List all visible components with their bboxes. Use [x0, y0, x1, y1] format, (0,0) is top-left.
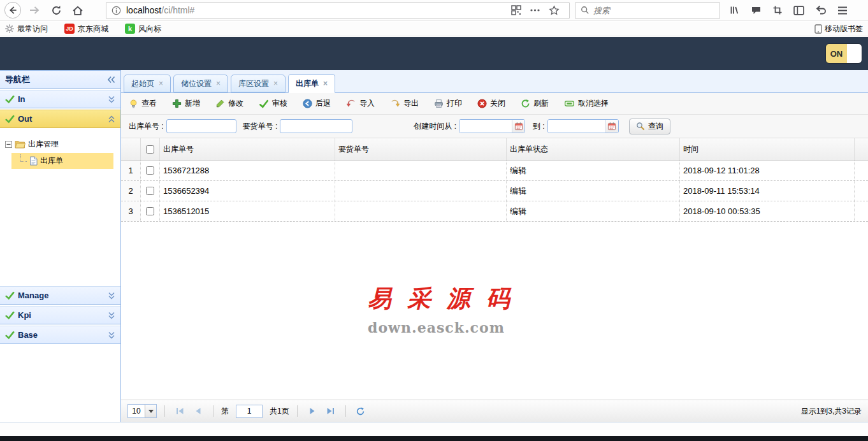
- panel-label: Out: [18, 114, 32, 124]
- cell-status: 编辑: [507, 181, 680, 201]
- close-icon[interactable]: ×: [159, 80, 163, 87]
- calendar-icon: [514, 122, 523, 131]
- content-panel: 起始页× 储位设置× 库区设置× 出库单× 查看 新增 修改: [121, 70, 868, 422]
- next-page-button[interactable]: [305, 404, 319, 418]
- browser-home-button[interactable]: [69, 1, 87, 19]
- ellipsis-icon: [530, 9, 540, 11]
- watermark-title: 易 采 源 码: [368, 283, 502, 315]
- close-button[interactable]: 关闭: [476, 97, 507, 110]
- browser-search-input[interactable]: [593, 6, 714, 15]
- date-from-picker-button[interactable]: [512, 120, 524, 133]
- date-from-input[interactable]: [459, 120, 512, 133]
- bookmark-star-button[interactable]: [549, 5, 560, 16]
- last-page-button[interactable]: [324, 404, 338, 418]
- page-size-dropdown-button[interactable]: [145, 405, 156, 417]
- browser-search-box[interactable]: [575, 2, 720, 19]
- export-button[interactable]: 导出: [389, 97, 420, 110]
- menu-button[interactable]: [837, 6, 848, 15]
- bookmark-most-visited[interactable]: 最常访问: [5, 24, 48, 34]
- sync-button[interactable]: [815, 5, 827, 15]
- table-row[interactable]: 3 1536512015 编辑 2018-09-10 00:53:35: [121, 201, 868, 222]
- page-actions-button[interactable]: [530, 9, 540, 11]
- qr-code-button[interactable]: [511, 5, 521, 15]
- tab-outbound-order[interactable]: 出库单×: [288, 74, 335, 93]
- sidebar-panel-out[interactable]: Out: [0, 110, 120, 128]
- select-all-checkbox[interactable]: [146, 145, 154, 154]
- check-icon: [259, 99, 269, 108]
- query-button[interactable]: 查询: [629, 119, 670, 134]
- panel-label: Kpi: [18, 310, 31, 320]
- add-button[interactable]: 新增: [171, 97, 201, 110]
- address-bar[interactable]: localhost/ci/html#: [106, 2, 570, 19]
- table-row[interactable]: 2 1536652394 编辑 2018-09-11 15:53:14: [121, 181, 868, 201]
- prev-page-button[interactable]: [191, 404, 205, 418]
- edit-button[interactable]: 修改: [214, 97, 245, 110]
- row-checkbox[interactable]: [146, 207, 154, 215]
- add-icon: [172, 99, 182, 108]
- star-icon: [549, 5, 560, 16]
- sidebar-panel-manage[interactable]: Manage: [0, 286, 120, 305]
- export-arrow-icon: [390, 99, 400, 108]
- sidebar-panel-base[interactable]: Base: [0, 326, 120, 344]
- browser-refresh-button[interactable]: [47, 1, 65, 19]
- column-header-time[interactable]: 时间: [680, 138, 855, 160]
- library-button[interactable]: [729, 5, 740, 15]
- collapse-sidebar-button[interactable]: [107, 76, 115, 83]
- sidebar-toggle-button[interactable]: [793, 6, 804, 15]
- tab-start-page[interactable]: 起始页×: [124, 75, 171, 92]
- column-header-order-no[interactable]: 出库单号: [160, 138, 335, 160]
- req-no-input[interactable]: [280, 119, 352, 133]
- refresh-button[interactable]: 刷新: [519, 97, 550, 110]
- hamburger-menu-icon: [837, 6, 848, 15]
- close-icon[interactable]: ×: [323, 80, 328, 87]
- tree-node-outbound-management[interactable]: 出库管理: [5, 137, 120, 151]
- tree-node-outbound-order-selected[interactable]: 出库单: [11, 153, 113, 169]
- browser-forward-button[interactable]: [25, 1, 43, 19]
- sidebar-panel-in[interactable]: In: [0, 90, 120, 108]
- audit-button[interactable]: 审核: [257, 97, 289, 110]
- back-button[interactable]: 后退: [301, 97, 332, 110]
- green-check-icon: [5, 291, 15, 300]
- mobile-bookmarks[interactable]: 移动版书签: [814, 24, 863, 34]
- table-row[interactable]: 1 1536721288 编辑 2018-09-12 11:01:28: [121, 161, 868, 181]
- column-header-status[interactable]: 出库单状态: [507, 138, 680, 160]
- tab-warehouse-area-settings[interactable]: 库区设置×: [231, 75, 286, 92]
- sidebar-title: 导航栏: [5, 74, 30, 85]
- button-label: 后退: [315, 98, 331, 109]
- deselect-button[interactable]: 取消选择: [563, 97, 610, 110]
- page-number-input[interactable]: [236, 405, 263, 418]
- date-to-picker-button[interactable]: [605, 120, 618, 133]
- print-button[interactable]: 打印: [433, 97, 463, 110]
- column-header-req-no[interactable]: 要货单号: [335, 138, 507, 160]
- import-button[interactable]: 导入: [345, 97, 376, 110]
- watermark: 易 采 源 码 down.easck.com: [368, 283, 502, 336]
- sidebar-panel-kpi[interactable]: Kpi: [0, 306, 120, 324]
- tree-leaf-label: 出库单: [40, 155, 63, 166]
- cell-req-no: [335, 161, 507, 180]
- on-off-toggle[interactable]: ON: [826, 44, 862, 63]
- button-label: 导入: [359, 98, 375, 109]
- order-no-input[interactable]: [166, 119, 236, 133]
- view-button[interactable]: 查看: [127, 97, 158, 110]
- reload-grid-button[interactable]: [354, 404, 368, 418]
- bookmark-jd[interactable]: JD 京东商城: [64, 24, 108, 34]
- row-checkbox[interactable]: [146, 187, 154, 195]
- row-checkbox[interactable]: [146, 166, 154, 175]
- close-circle-icon: [477, 99, 487, 108]
- tab-storage-location-settings[interactable]: 储位设置×: [173, 75, 228, 92]
- close-icon[interactable]: ×: [216, 80, 221, 87]
- app-header: ON: [0, 37, 868, 70]
- page-size-combo[interactable]: 10: [127, 404, 157, 418]
- browser-back-button[interactable]: [4, 1, 22, 19]
- qr-code-icon: [511, 5, 521, 15]
- tab-strip: 起始页× 储位设置× 库区设置× 出库单×: [121, 70, 868, 93]
- cell-req-no: [335, 181, 507, 201]
- bookmark-fengxiangbiao[interactable]: k 风向标: [125, 24, 161, 34]
- date-to-input[interactable]: [548, 120, 605, 133]
- screenshot-button[interactable]: [772, 5, 783, 15]
- close-icon[interactable]: ×: [273, 80, 278, 87]
- first-page-button[interactable]: [173, 404, 187, 418]
- page-suffix: 共1页: [270, 406, 289, 417]
- collapse-minus-icon[interactable]: [5, 141, 12, 148]
- messages-button[interactable]: [751, 5, 762, 15]
